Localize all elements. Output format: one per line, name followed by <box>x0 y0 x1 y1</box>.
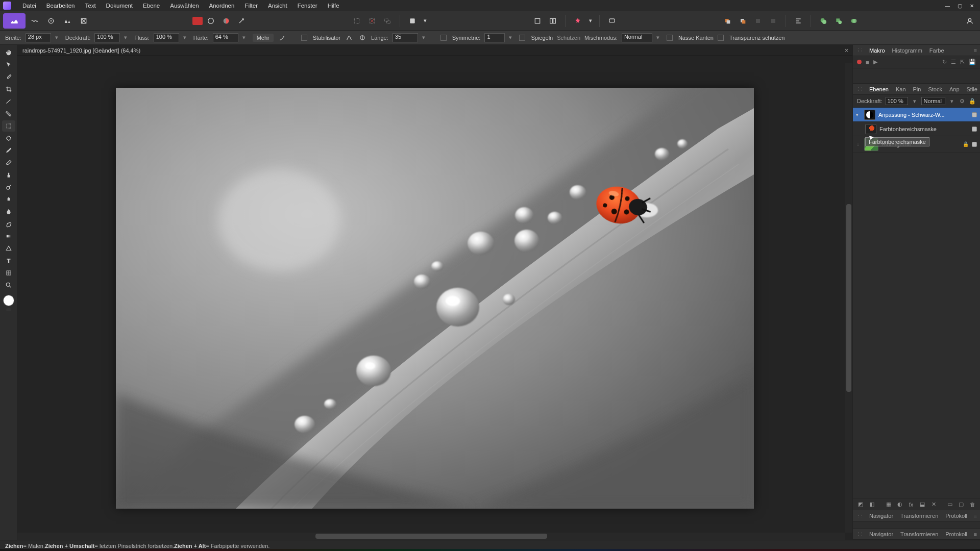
close-icon[interactable]: × <box>845 47 848 54</box>
persona-develop-icon[interactable] <box>44 14 58 28</box>
protect-label[interactable]: Schützen <box>557 35 580 41</box>
mask-layer-icon[interactable]: ◩ <box>856 500 865 509</box>
visibility-toggle[interactable] <box>972 142 977 147</box>
opacity-input[interactable]: 100 % <box>886 97 908 105</box>
arrange-back-icon[interactable] <box>736 14 750 28</box>
symmetry-input[interactable]: 1 <box>484 33 505 42</box>
blendmode-select[interactable]: Normal <box>622 33 652 42</box>
paint-brush-tool-icon[interactable] <box>2 145 15 156</box>
dodge-tool-icon[interactable] <box>2 182 15 193</box>
marquee-tool-icon[interactable] <box>2 120 15 132</box>
background-color-swatch[interactable] <box>6 308 11 311</box>
dropdown-icon[interactable]: ▾ <box>948 98 955 105</box>
save-icon[interactable]: 💾 <box>969 59 976 65</box>
dropdown-icon[interactable]: ▾ <box>124 34 130 41</box>
panel-tab[interactable]: Histogramm <box>889 46 925 55</box>
crop-tool-icon[interactable] <box>2 84 15 95</box>
shape-tool-icon[interactable] <box>2 243 15 254</box>
dropdown-icon[interactable]: ▾ <box>656 34 663 41</box>
foreground-color-swatch[interactable] <box>3 295 14 306</box>
panel-tab[interactable]: Transformieren <box>897 530 941 538</box>
grip-icon[interactable]: ⋮⋮ <box>856 513 863 518</box>
menu-item[interactable]: Dokument <box>101 1 138 10</box>
adjustment-icon[interactable]: ◐ <box>895 500 904 509</box>
panel-menu-icon[interactable]: ≡ <box>974 47 977 54</box>
color-picker-tool-icon[interactable] <box>2 71 15 83</box>
panel-tab[interactable]: Protokoll <box>942 530 970 538</box>
persona-tone-icon[interactable] <box>60 14 75 28</box>
dropdown-icon[interactable]: ▾ <box>587 14 594 28</box>
swatch-red-icon[interactable] <box>192 17 203 25</box>
panel-tab[interactable]: Pin <box>910 85 924 93</box>
panel-tab[interactable]: Navigator <box>866 530 896 538</box>
dropdown-icon[interactable]: ▾ <box>242 34 249 41</box>
panel-tab[interactable]: Stock <box>925 85 945 93</box>
persona-export-icon[interactable] <box>77 14 91 28</box>
opacity-input[interactable]: 100 % <box>94 33 120 42</box>
layer-name[interactable]: Farbtonbereichsmaske <box>879 126 960 132</box>
flood-select-tool-icon[interactable] <box>2 108 15 119</box>
panel-tab[interactable]: Anp <box>946 85 963 93</box>
grip-icon[interactable]: ⋮⋮ <box>856 48 863 53</box>
list-icon[interactable]: ☰ <box>951 59 956 65</box>
layer-name[interactable]: Anpassung - Schwarz-W... <box>878 112 960 118</box>
selection-brush-tool-icon[interactable] <box>2 96 15 107</box>
menu-item[interactable]: Ebene <box>138 1 165 10</box>
auto-levels-icon[interactable] <box>204 14 218 28</box>
expand-icon[interactable]: ▾ <box>856 112 861 117</box>
clone-tool-icon[interactable] <box>2 169 15 181</box>
length-input[interactable]: 35 <box>393 33 418 42</box>
dropdown-icon[interactable]: ▾ <box>422 34 428 41</box>
panel-tab[interactable]: Kan <box>893 85 909 93</box>
crop-icon[interactable] <box>530 14 545 28</box>
menu-item[interactable]: Filter <box>239 1 263 10</box>
blendmode-select[interactable]: Normal <box>921 97 945 105</box>
text-tool-icon[interactable] <box>2 255 15 266</box>
move-tool-icon[interactable] <box>2 59 15 70</box>
dropdown-icon[interactable]: ▾ <box>422 14 429 28</box>
layer-row-background[interactable]: ⋮ Hintergrund 🔒 <box>853 136 980 153</box>
scrollbar-thumb[interactable] <box>846 204 851 392</box>
menu-item[interactable]: Ansicht <box>263 1 292 10</box>
menu-item[interactable]: Auswählen <box>165 1 204 10</box>
layer-name[interactable]: Hintergrund <box>881 141 960 147</box>
panel-tab[interactable]: Stile <box>964 85 980 93</box>
panel-tab[interactable]: Ebenen <box>866 85 892 93</box>
selection-remove-icon[interactable] <box>365 14 379 28</box>
layer-row-adjustment[interactable]: ▾ Anpassung - Schwarz-W... <box>853 108 980 122</box>
selection-add-icon[interactable] <box>350 14 364 28</box>
repeat-icon[interactable]: ↻ <box>942 59 947 65</box>
play-icon[interactable]: ▶ <box>873 59 877 65</box>
layer-row-mask[interactable]: Farbtonbereichsmaske <box>853 122 980 136</box>
panel-tab[interactable]: Makro <box>866 46 888 55</box>
split-view-icon[interactable] <box>546 14 560 28</box>
fx-icon[interactable]: fx <box>906 500 916 509</box>
geometry-add-icon[interactable] <box>816 14 830 28</box>
delete-icon[interactable]: ✕ <box>929 500 938 509</box>
hand-tool-icon[interactable] <box>2 47 15 58</box>
blend-ranges-icon[interactable]: ◧ <box>867 500 876 509</box>
selection-intersect-icon[interactable] <box>380 14 395 28</box>
wet-edges-checkbox[interactable] <box>667 35 673 41</box>
gear-icon[interactable]: ⚙ <box>959 98 966 105</box>
panel-tab[interactable]: Protokoll <box>942 512 970 520</box>
smudge-tool-icon[interactable] <box>2 194 15 205</box>
more-button[interactable]: Mehr <box>253 34 274 42</box>
dropdown-icon[interactable]: ▾ <box>509 34 515 41</box>
window-mode-icon[interactable] <box>358 33 367 42</box>
menu-item[interactable]: Hilfe <box>323 1 345 10</box>
panel-menu-icon[interactable]: ≡ <box>974 513 977 519</box>
menu-item[interactable]: Anordnen <box>204 1 240 10</box>
pressure-icon[interactable] <box>278 33 287 42</box>
record-icon[interactable] <box>857 60 862 64</box>
group-icon[interactable]: ▭ <box>945 500 954 509</box>
arrange-front-icon[interactable] <box>720 14 734 28</box>
pen-tool-icon[interactable] <box>2 218 15 230</box>
menu-item[interactable]: Text <box>80 1 101 10</box>
preview-icon[interactable] <box>605 14 619 28</box>
gradient-tool-icon[interactable] <box>2 231 15 242</box>
quick-mask-icon[interactable] <box>405 14 420 28</box>
blur-tool-icon[interactable] <box>2 206 15 217</box>
stabilizer-checkbox[interactable] <box>301 35 307 41</box>
dropdown-icon[interactable]: ▾ <box>183 34 189 41</box>
